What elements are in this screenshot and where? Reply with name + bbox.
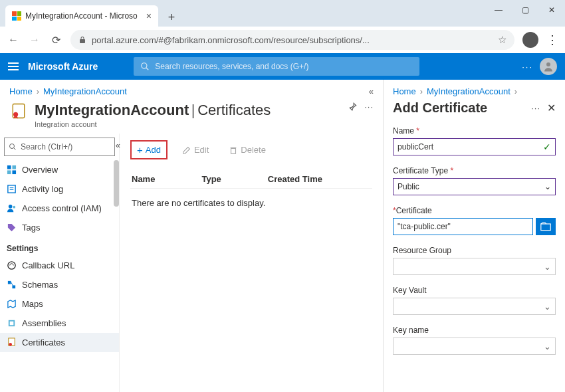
sidebar-item-assemblies[interactable]: Assemblies xyxy=(0,314,119,333)
more-icon[interactable]: ··· xyxy=(522,62,533,72)
schemas-icon xyxy=(7,280,17,290)
svg-rect-10 xyxy=(12,170,16,174)
resource-group-select[interactable]: ⌄ xyxy=(393,258,556,275)
profile-avatar[interactable] xyxy=(522,32,538,48)
page-title: MyIntegrationAccount xyxy=(35,102,189,118)
svg-point-16 xyxy=(8,262,15,269)
svg-rect-21 xyxy=(10,322,14,326)
certificate-icon xyxy=(9,102,28,120)
sidebar-search[interactable]: Search (Ctrl+/) xyxy=(4,138,115,156)
svg-rect-8 xyxy=(12,165,16,169)
sidebar-item-certificates[interactable]: Certificates xyxy=(0,333,119,352)
page-subtitle: Integration account xyxy=(35,120,271,128)
svg-rect-9 xyxy=(7,170,11,174)
chevron-down-icon: ⌄ xyxy=(544,262,551,272)
chevron-down-icon: ⌄ xyxy=(544,342,551,351)
crumb-account[interactable]: MyIntegrationAccount xyxy=(43,86,127,96)
col-name: Name xyxy=(132,174,155,184)
delete-icon xyxy=(229,146,238,155)
tags-icon xyxy=(7,223,17,233)
forward-button[interactable]: → xyxy=(28,34,41,46)
page-section: Certificates xyxy=(197,102,271,118)
table-empty: There are no certificates to display. xyxy=(130,189,372,217)
check-icon: ✓ xyxy=(543,142,551,152)
overview-icon xyxy=(7,165,17,175)
sidebar-item-schemas[interactable]: Schemas xyxy=(0,275,119,294)
more-icon[interactable]: ··· xyxy=(364,102,374,112)
svg-rect-7 xyxy=(7,165,11,169)
bookmark-icon[interactable]: ☆ xyxy=(498,34,507,46)
tab-title: MyIntegrationAccount - Microso xyxy=(25,11,138,21)
col-created: Created Time xyxy=(268,174,322,184)
svg-point-15 xyxy=(13,206,15,209)
crumb-home[interactable]: Home xyxy=(9,86,33,96)
address-bar[interactable]: portal.azure.com/#@fabrikam.onmicrosoft.… xyxy=(70,30,514,50)
svg-point-0 xyxy=(142,63,147,68)
user-avatar[interactable] xyxy=(540,58,557,75)
search-placeholder: Search resources, services, and docs (G+… xyxy=(155,62,308,71)
browser-tab[interactable]: MyIntegrationAccount - Microso × xyxy=(5,5,158,27)
collapse-icon[interactable]: « xyxy=(369,86,374,96)
window-minimize[interactable]: — xyxy=(485,0,512,20)
sidebar-item-iam[interactable]: Access control (IAM) xyxy=(0,199,119,218)
certificates-icon xyxy=(7,338,17,347)
back-button[interactable]: ← xyxy=(7,34,20,46)
browse-button[interactable] xyxy=(536,218,556,235)
sidebar-item-tags[interactable]: Tags xyxy=(0,218,119,237)
panel-close-icon[interactable]: ✕ xyxy=(547,102,556,114)
panel-crumb-home[interactable]: Home xyxy=(393,86,416,96)
hamburger-icon[interactable] xyxy=(8,62,19,70)
plus-icon: + xyxy=(137,144,143,155)
key-name-select[interactable]: ⌄ xyxy=(393,338,556,355)
edit-icon xyxy=(182,146,191,155)
browser-chrome: — ▢ ✕ MyIntegrationAccount - Microso × +… xyxy=(0,0,565,53)
assemblies-icon xyxy=(7,318,17,328)
url-text: portal.azure.com/#@fabrikam.onmicrosoft.… xyxy=(92,35,370,45)
window-close[interactable]: ✕ xyxy=(538,0,565,20)
svg-point-2 xyxy=(546,62,550,66)
svg-rect-11 xyxy=(8,185,15,193)
cert-file-field[interactable]: "tca-public.cer" xyxy=(393,218,533,235)
panel-crumb-account[interactable]: MyIntegrationAccount xyxy=(427,86,510,96)
close-icon[interactable]: × xyxy=(146,11,152,21)
svg-line-6 xyxy=(14,148,16,150)
cert-type-select[interactable]: Public ⌄ xyxy=(393,178,556,195)
name-field[interactable]: publicCert ✓ xyxy=(393,138,556,155)
panel-breadcrumb: Home › MyIntegrationAccount › xyxy=(393,86,556,100)
portal-search[interactable]: Search resources, services, and docs (G+… xyxy=(134,57,419,76)
lock-icon xyxy=(78,36,86,44)
scrollbar-thumb[interactable] xyxy=(114,160,119,207)
chevron-down-icon: ⌄ xyxy=(544,182,551,191)
add-button[interactable]: + Add xyxy=(130,140,168,159)
table-header: Name Type Created Time xyxy=(130,170,372,189)
window-maximize[interactable]: ▢ xyxy=(512,0,538,20)
pin-icon[interactable] xyxy=(348,102,358,113)
maps-icon xyxy=(7,299,17,309)
delete-button[interactable]: Delete xyxy=(223,142,271,157)
sidebar-settings-header: Settings xyxy=(0,237,119,256)
ms-favicon xyxy=(12,11,21,21)
edit-button[interactable]: Edit xyxy=(177,142,214,157)
svg-point-5 xyxy=(10,144,15,149)
svg-rect-26 xyxy=(541,224,550,231)
sidebar-item-overview[interactable]: Overview xyxy=(0,160,119,179)
key-vault-select[interactable]: ⌄ xyxy=(393,298,556,315)
search-icon xyxy=(140,62,150,71)
panel-more-icon[interactable]: ··· xyxy=(531,103,540,113)
sidebar-item-maps[interactable]: Maps xyxy=(0,294,119,314)
search-icon xyxy=(9,143,17,151)
browser-menu[interactable]: ⋮ xyxy=(546,33,558,47)
reload-button[interactable]: ⟳ xyxy=(49,34,62,47)
folder-icon xyxy=(540,222,551,231)
sidebar-item-callback[interactable]: Callback URL xyxy=(0,256,119,275)
sidebar-collapse[interactable]: « xyxy=(116,140,120,150)
svg-rect-17 xyxy=(8,281,11,284)
panel-title: Add Certificate xyxy=(393,100,487,116)
sidebar-item-activitylog[interactable]: Activity log xyxy=(0,179,119,199)
svg-line-1 xyxy=(146,68,149,70)
svg-point-14 xyxy=(9,205,13,209)
sidebar: Search (Ctrl+/) « Overview Activity log … xyxy=(0,134,120,392)
new-tab-button[interactable]: + xyxy=(162,8,181,27)
brand[interactable]: Microsoft Azure xyxy=(28,61,98,72)
add-certificate-panel: Home › MyIntegrationAccount › Add Certif… xyxy=(384,80,565,392)
